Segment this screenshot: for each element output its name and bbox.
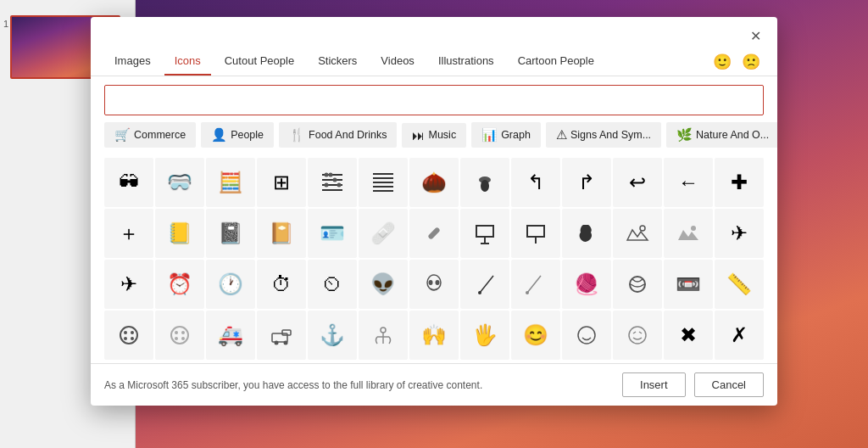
- category-graph[interactable]: 📊 Graph: [471, 122, 541, 148]
- icon-address-book-2[interactable]: 📓: [206, 209, 255, 258]
- svg-rect-16: [427, 227, 441, 240]
- svg-point-22: [640, 226, 645, 231]
- icon-billboard-2[interactable]: [511, 209, 560, 258]
- icon-landscape-1[interactable]: [613, 209, 662, 258]
- icon-landscape-2[interactable]: [664, 209, 713, 258]
- icon-bandage-2[interactable]: [409, 209, 459, 258]
- icon-alarm-clock-ring-1[interactable]: ⏱: [257, 260, 306, 309]
- icon-address-card[interactable]: 🪪: [308, 209, 357, 258]
- icon-plus-1[interactable]: ✚: [715, 158, 764, 207]
- category-commerce[interactable]: 🛒 Commerce: [104, 122, 196, 148]
- icon-button-1[interactable]: [104, 311, 153, 360]
- category-music-label: Music: [428, 129, 456, 141]
- icon-ambulance-1[interactable]: 🚑: [206, 311, 255, 360]
- icon-abacus-1[interactable]: 🧮: [206, 158, 255, 207]
- svg-point-38: [175, 331, 178, 334]
- svg-point-35: [124, 337, 127, 340]
- sad-emoji-button[interactable]: 🙁: [738, 49, 764, 75]
- icon-africa[interactable]: [562, 209, 611, 258]
- close-button[interactable]: ✕: [743, 24, 767, 48]
- icon-hands-1[interactable]: 🙌: [409, 311, 459, 360]
- icon-abacus-3[interactable]: [359, 158, 408, 207]
- emoji-buttons: 🙂 🙁: [709, 49, 764, 75]
- category-music[interactable]: ⏭ Music: [402, 123, 466, 148]
- svg-point-5: [329, 173, 333, 177]
- icon-alien-1[interactable]: 👽: [359, 260, 408, 309]
- icon-target-1[interactable]: ✖: [664, 311, 713, 360]
- icon-alien-2[interactable]: [409, 260, 459, 309]
- svg-line-29: [527, 276, 541, 293]
- svg-point-30: [526, 291, 529, 294]
- icon-arrow-curve-1[interactable]: ↰: [511, 158, 560, 207]
- icon-tape-1[interactable]: 📼: [664, 260, 713, 309]
- svg-point-25: [429, 280, 433, 285]
- icon-tape-2[interactable]: 📏: [715, 260, 764, 309]
- icons-grid: 🕶 🥽 🧮 ⊞ 🌰 ↰ ↱ ↩ ← ✚ ＋ 📒 📓 📔 🪪: [91, 154, 777, 363]
- icon-3d-glasses-2[interactable]: 🥽: [155, 158, 204, 207]
- icon-abacus-2[interactable]: [308, 158, 357, 207]
- icon-smiley-1[interactable]: 😊: [511, 311, 560, 360]
- icon-yarn-1[interactable]: 🧶: [562, 260, 611, 309]
- icon-address-book-3[interactable]: 📔: [257, 209, 306, 258]
- svg-point-39: [181, 331, 185, 334]
- category-food-drinks[interactable]: 🍴 Food And Drinks: [279, 122, 397, 148]
- category-row: 🛒 Commerce 👤 People 🍴 Food And Drinks ⏭ …: [91, 122, 777, 154]
- tab-cartoon-people[interactable]: Cartoon People: [508, 48, 604, 76]
- search-area: [91, 76, 777, 122]
- svg-point-37: [171, 327, 188, 344]
- tab-images[interactable]: Images: [104, 48, 161, 76]
- icon-needle-1[interactable]: [460, 260, 509, 309]
- icon-airplane[interactable]: ✈: [715, 209, 764, 258]
- category-signs[interactable]: ⚠ Signs And Sym...: [546, 122, 661, 148]
- icon-yarn-2[interactable]: [613, 260, 662, 309]
- icon-smiley-3[interactable]: [613, 311, 662, 360]
- icon-arrow-back[interactable]: ↩: [613, 158, 662, 207]
- icon-acorn-1[interactable]: 🌰: [409, 158, 459, 207]
- icon-arrow-curve-2[interactable]: ↱: [562, 158, 611, 207]
- icon-arrow-left[interactable]: ←: [664, 158, 713, 207]
- cancel-button[interactable]: Cancel: [694, 372, 764, 397]
- insert-icons-dialog: ✕ Images Icons Cutout People Stickers Vi…: [91, 17, 777, 406]
- happy-emoji-button[interactable]: 🙂: [709, 49, 735, 75]
- icon-plus-2[interactable]: ＋: [104, 209, 153, 258]
- icon-acorn-2[interactable]: [460, 158, 509, 207]
- icon-bandage-1[interactable]: 🩹: [359, 209, 408, 258]
- insert-button[interactable]: Insert: [622, 372, 686, 397]
- category-nature[interactable]: 🌿 Nature And O...: [666, 122, 777, 148]
- svg-line-27: [480, 276, 493, 293]
- svg-rect-12: [373, 186, 393, 188]
- svg-point-4: [325, 173, 329, 177]
- footer-text: As a Microsoft 365 subscriber, you have …: [104, 379, 614, 391]
- icon-ambulance-2[interactable]: [257, 311, 306, 360]
- icon-needle-2[interactable]: [511, 260, 560, 309]
- icon-alarm-clock-2[interactable]: 🕐: [206, 260, 255, 309]
- icon-3d-glasses-1[interactable]: 🕶: [104, 158, 153, 207]
- svg-line-51: [633, 332, 636, 333]
- icon-airplane-2[interactable]: ✈: [104, 260, 153, 309]
- icon-alarm-clock-ring-2[interactable]: ⏲: [308, 260, 357, 309]
- icon-billboard-1[interactable]: [460, 209, 509, 258]
- category-people[interactable]: 👤 People: [201, 122, 274, 148]
- svg-point-7: [325, 183, 329, 188]
- tab-illustrations[interactable]: Illustrations: [428, 48, 504, 76]
- icon-address-book-1[interactable]: 📒: [155, 209, 204, 258]
- tab-videos[interactable]: Videos: [370, 48, 425, 76]
- tab-icons[interactable]: Icons: [164, 48, 211, 76]
- search-input[interactable]: [104, 85, 764, 115]
- svg-rect-3: [322, 189, 342, 191]
- icon-anchor-1[interactable]: ⚓: [308, 311, 357, 360]
- icon-target-2[interactable]: ✗: [715, 311, 764, 360]
- icon-button-2[interactable]: [155, 311, 204, 360]
- tab-cutout-people[interactable]: Cutout People: [214, 48, 304, 76]
- svg-rect-20: [527, 226, 544, 237]
- food-icon: 🍴: [289, 127, 305, 143]
- tab-stickers[interactable]: Stickers: [308, 48, 367, 76]
- icon-alarm-clock-1[interactable]: ⏰: [155, 260, 204, 309]
- icon-anchor-2[interactable]: [359, 311, 408, 360]
- icon-hands-2[interactable]: 🖐: [460, 311, 509, 360]
- category-nature-label: Nature And O...: [696, 129, 769, 141]
- icon-smiley-2[interactable]: [562, 311, 611, 360]
- icon-grid-1[interactable]: ⊞: [257, 158, 306, 207]
- svg-point-49: [578, 327, 595, 344]
- dialog-title-bar: ✕: [91, 17, 777, 48]
